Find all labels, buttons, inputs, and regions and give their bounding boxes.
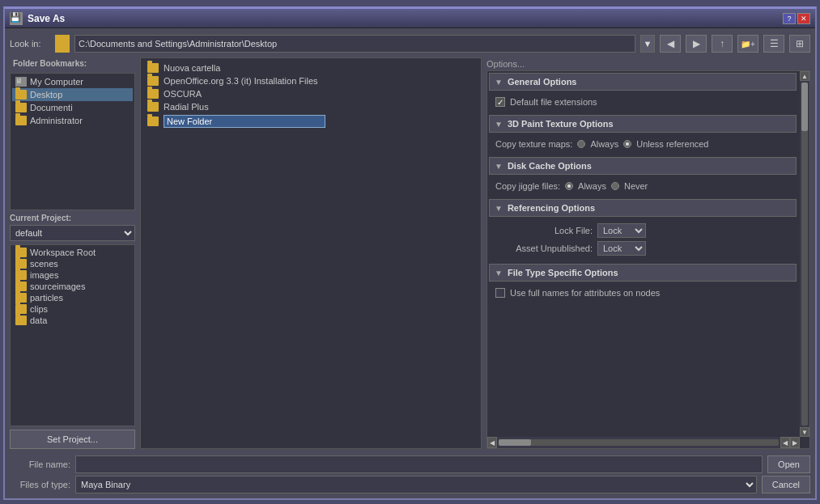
paint3d-options-title: 3D Paint Texture Options: [508, 119, 614, 129]
current-project-label: Current Project:: [10, 214, 135, 222]
rename-input[interactable]: [164, 115, 325, 128]
folder-icon-administrator: [15, 116, 27, 125]
paint3d-arrow-icon: ▼: [495, 120, 503, 129]
bookmark-my-computer[interactable]: 🖥 My Computer: [12, 75, 133, 88]
unless-referenced-label: Unless referenced: [636, 139, 708, 149]
horizontal-scrollbar[interactable]: ◀ ◀ ▶: [487, 437, 800, 448]
disk-cache-options-title: Disk Cache Options: [508, 161, 592, 171]
lock-file-dropdown[interactable]: Lock: [597, 223, 646, 238]
workspace-panel: Workspace Root scenes images sourceimage…: [10, 244, 135, 426]
main-area: Folder Bookmarks: 🖥 My Computer Desktop …: [10, 57, 810, 449]
file-browser-panel: Nuova cartella OpenOffice.org 3.3 (it) I…: [140, 57, 482, 449]
bookmark-documenti-label: Documenti: [30, 103, 73, 112]
unless-referenced-radio[interactable]: [623, 140, 631, 148]
filetype-select[interactable]: Maya Binary Maya ASCII: [75, 476, 757, 493]
copy-texture-label: Copy texture maps:: [495, 139, 572, 149]
scroll-right-arrow-1[interactable]: ◀: [780, 437, 790, 448]
folder-icon-data: [15, 316, 27, 325]
workspace-root-item[interactable]: Workspace Root: [12, 247, 133, 258]
workspace-scenes-item[interactable]: scenes: [12, 258, 133, 269]
workspace-data-item[interactable]: data: [12, 315, 133, 326]
scroll-down-arrow[interactable]: ▼: [800, 427, 809, 437]
general-options-header[interactable]: ▼ General Options: [489, 73, 797, 91]
folder-icon-nuova: [147, 63, 159, 73]
full-names-label: Use full names for attributes on nodes: [510, 288, 660, 298]
cancel-button[interactable]: Cancel: [762, 476, 810, 493]
folder-icon-openoffice: [147, 76, 159, 86]
forward-button[interactable]: ▶: [686, 35, 707, 53]
set-project-button[interactable]: Set Project...: [10, 430, 135, 449]
close-button[interactable]: ✕: [797, 13, 810, 24]
file-item-nuova-label: Nuova cartella: [164, 63, 220, 73]
folder-icon-radial: [147, 102, 159, 112]
workspace-scenes-label: scenes: [30, 259, 58, 269]
help-button[interactable]: ?: [783, 13, 796, 24]
file-item-openoffice[interactable]: OpenOffice.org 3.3 (it) Installation Fil…: [144, 74, 478, 87]
full-names-checkbox[interactable]: [495, 288, 505, 298]
bookmark-administrator[interactable]: Administrator: [12, 114, 133, 127]
workspace-clips-item[interactable]: clips: [12, 303, 133, 315]
workspace-data-label: data: [30, 316, 47, 325]
never-label-jiggle: Never: [624, 181, 648, 191]
disk-cache-options-body: Copy jiggle files: Always Never: [489, 176, 797, 196]
folder-icon-desktop: [15, 90, 27, 100]
referencing-arrow-icon: ▼: [495, 204, 503, 213]
paint3d-options-header[interactable]: ▼ 3D Paint Texture Options: [489, 115, 797, 133]
options-content: ▼ General Options ✓ Default file extensi…: [487, 71, 798, 307]
open-button[interactable]: Open: [767, 455, 810, 473]
general-arrow-icon: ▼: [495, 78, 503, 87]
bookmark-documenti[interactable]: Documenti: [12, 101, 133, 114]
workspace-root-label: Workspace Root: [30, 248, 96, 257]
lock-file-row: Lock File: Lock: [495, 222, 790, 239]
workspace-particles-item[interactable]: particles: [12, 292, 133, 303]
scroll-right-arrow-2[interactable]: ▶: [790, 437, 800, 448]
vertical-scrollbar[interactable]: ▲ ▼: [800, 71, 809, 437]
left-panel: Folder Bookmarks: 🖥 My Computer Desktop …: [10, 57, 135, 449]
always-radio-jiggle[interactable]: [565, 182, 573, 190]
bookmark-desktop[interactable]: Desktop: [12, 88, 133, 101]
scroll-thumb-h[interactable]: [499, 439, 531, 446]
scroll-up-arrow[interactable]: ▲: [800, 71, 809, 81]
file-item-openoffice-label: OpenOffice.org 3.3 (it) Installation Fil…: [164, 76, 318, 86]
save-as-dialog: 💾 Save As ? ✕ Look in: ▼ ◀ ▶ ↑ 📁+ ☰ ⊞ Fo…: [3, 6, 817, 500]
detail-view-button[interactable]: ⊞: [789, 35, 810, 53]
scroll-left-arrow[interactable]: ◀: [487, 437, 497, 448]
copy-texture-row: Copy texture maps: Always Unless referen…: [495, 138, 790, 150]
list-view-button[interactable]: ☰: [763, 35, 784, 53]
asset-unpublished-row: Asset Unpublished: Lock: [495, 239, 790, 257]
always-radio-texture[interactable]: [577, 140, 585, 148]
current-project-dropdown[interactable]: default: [10, 225, 135, 241]
file-type-options-header[interactable]: ▼ File Type Specific Options: [489, 264, 797, 282]
dialog-icon: 💾: [10, 12, 23, 25]
workspace-sourceimages-item[interactable]: sourceimages: [12, 281, 133, 292]
computer-icon: 🖥: [15, 77, 27, 87]
general-options-body: ✓ Default file extensions: [489, 92, 797, 112]
title-bar: 💾 Save As ? ✕: [5, 9, 815, 28]
file-item-nuova[interactable]: Nuova cartella: [144, 61, 478, 74]
look-in-dropdown-btn[interactable]: ▼: [640, 35, 655, 53]
default-extensions-label: Default file extensions: [510, 97, 597, 107]
asset-unpublished-dropdown[interactable]: Lock: [597, 241, 646, 256]
look-in-input[interactable]: [74, 35, 635, 53]
folder-icon-oscura: [147, 89, 159, 99]
bookmark-administrator-label: Administrator: [30, 116, 83, 125]
never-radio-jiggle[interactable]: [611, 182, 619, 190]
bookmark-my-computer-label: My Computer: [30, 77, 83, 87]
default-extensions-checkbox[interactable]: ✓: [495, 97, 505, 107]
file-item-new-folder[interactable]: [144, 113, 478, 129]
referencing-options-header[interactable]: ▼ Referencing Options: [489, 199, 797, 217]
new-folder-button[interactable]: 📁+: [737, 35, 758, 53]
filename-input[interactable]: [75, 455, 763, 473]
back-button[interactable]: ◀: [660, 35, 681, 53]
lock-file-label: Lock File:: [495, 226, 593, 235]
scroll-thumb-v[interactable]: [801, 83, 808, 131]
file-item-oscura[interactable]: OSCURA: [144, 87, 478, 100]
file-item-radial[interactable]: Radial Plus: [144, 100, 478, 113]
disk-cache-options-header[interactable]: ▼ Disk Cache Options: [489, 157, 797, 175]
always-label-texture: Always: [590, 139, 618, 149]
workspace-images-item[interactable]: images: [12, 269, 133, 281]
file-item-oscura-label: OSCURA: [164, 89, 202, 99]
options-panel: Options... ▲ ▼ ▼ General Opt: [486, 57, 810, 449]
bookmark-desktop-label: Desktop: [30, 90, 62, 100]
up-button[interactable]: ↑: [712, 35, 733, 53]
